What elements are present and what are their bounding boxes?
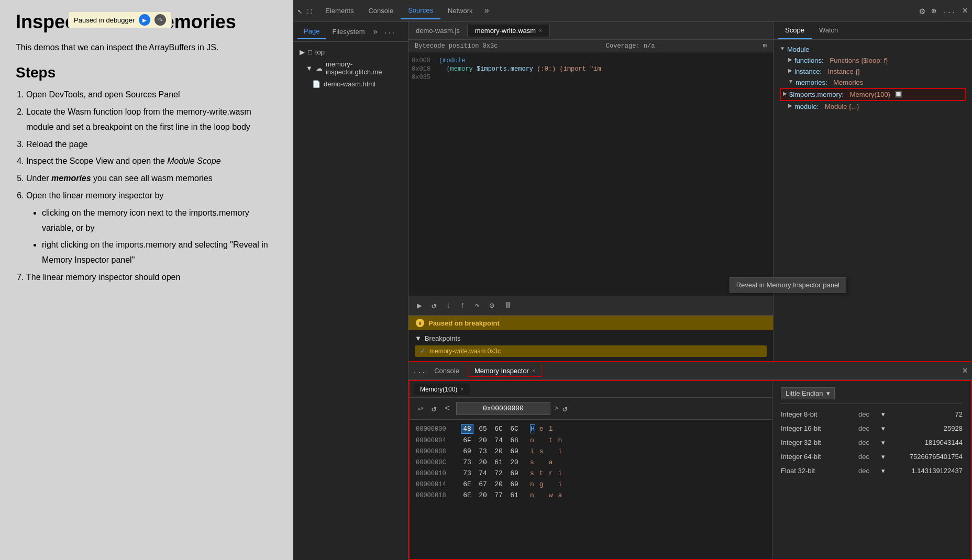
hex-byte[interactable]: 20	[477, 491, 489, 500]
step-out-button[interactable]: ↑	[458, 300, 468, 311]
devtools-close-button[interactable]: ×	[962, 6, 968, 16]
format-dropdown[interactable]: dec ▾	[858, 453, 885, 461]
scope-item-instance[interactable]: ▶ instance: Instance {}	[780, 66, 966, 77]
deactivate-button[interactable]: ⊘	[487, 299, 496, 312]
hex-byte[interactable]: 74	[492, 436, 505, 445]
hex-byte[interactable]: 65	[477, 424, 489, 433]
hex-byte[interactable]: 6C	[508, 424, 521, 433]
nav-left-button[interactable]: <	[443, 403, 452, 415]
subtab-filesystem[interactable]: Filesystem	[326, 25, 371, 39]
nav-forward-button[interactable]: ↺	[429, 402, 439, 415]
expand-icon[interactable]: ⊞	[763, 42, 767, 50]
format-dropdown[interactable]: dec ▾	[858, 424, 885, 432]
left-panel: Paused in debugger ▶ ↷ Inspect Wasm memo…	[0, 0, 293, 560]
hex-byte[interactable]: 69	[508, 469, 521, 478]
tab-elements[interactable]: Elements	[318, 3, 361, 19]
hex-byte[interactable]: 48	[461, 424, 473, 434]
scope-item-imports-memory[interactable]: ▶ $imports.memory: Memory(100) 🔲	[780, 88, 966, 101]
hex-byte[interactable]: 73	[461, 469, 473, 478]
tab-close-icon[interactable]: ×	[532, 368, 535, 374]
hex-byte[interactable]: 61	[492, 458, 505, 467]
tab-close-icon[interactable]: ×	[539, 28, 542, 33]
more-subtabs-button[interactable]: »	[371, 26, 380, 38]
expand-icon: ▶	[788, 103, 792, 108]
hex-byte[interactable]: 20	[492, 480, 505, 489]
list-item: Open DevTools, and open Sources Panel	[26, 87, 278, 103]
format-label: dec	[858, 410, 879, 418]
hex-byte[interactable]: 69	[508, 447, 521, 456]
close-subtab-icon[interactable]: ×	[460, 386, 463, 392]
hex-byte[interactable]: 6C	[492, 424, 505, 433]
scope-tab-watch[interactable]: Watch	[812, 22, 845, 39]
subtab-page[interactable]: Page	[297, 24, 326, 39]
settings-icon[interactable]: ⚙	[919, 5, 925, 17]
sources-dots-button[interactable]: ...	[380, 26, 400, 38]
hex-byte[interactable]: 72	[492, 469, 505, 478]
scope-key: $imports.memory:	[789, 91, 844, 98]
hex-byte[interactable]: 74	[477, 469, 489, 478]
hex-byte[interactable]: 6E	[461, 480, 473, 489]
hex-byte[interactable]: 20	[477, 436, 489, 445]
hex-byte[interactable]: 61	[508, 491, 521, 500]
format-dropdown[interactable]: dec ▾	[858, 467, 885, 475]
nav-right-button[interactable]: >	[555, 405, 558, 412]
console-dots[interactable]: ...	[413, 367, 426, 375]
nav-back-button[interactable]: ↩	[416, 402, 425, 415]
inspect-icon[interactable]: ⬚	[307, 6, 312, 16]
hex-byte[interactable]: 73	[477, 447, 489, 456]
scope-item-module-val[interactable]: ▶ module: Module {...}	[780, 101, 966, 112]
scope-item-module[interactable]: ▼ Module	[780, 44, 966, 55]
code-tab-wasm[interactable]: memory-write.wasm ×	[468, 25, 550, 37]
memory-icon[interactable]: 🔲	[894, 91, 902, 98]
scope-item-memories[interactable]: ▼ memories: Memories	[780, 77, 966, 88]
scope-item-functions[interactable]: ▶ functions: Functions {$loop: f}	[780, 55, 966, 66]
pause-button[interactable]: ⏸	[502, 299, 514, 311]
breakpoints-title[interactable]: ▼ Breakpoints	[415, 334, 767, 342]
hex-memory-grid: 00000000 48 65 6C 6C H e l	[410, 420, 772, 559]
breakpoint-item[interactable]: ✓ memory-write.wasm:0x3c	[415, 345, 767, 357]
format-dropdown[interactable]: dec ▾	[858, 410, 885, 418]
code-tab-demo-wasm-js[interactable]: demo-wasm.js	[408, 25, 468, 37]
hex-byte[interactable]: 20	[492, 447, 505, 456]
hex-byte[interactable]: 77	[492, 491, 505, 500]
refresh-button[interactable]: ↺	[562, 404, 568, 414]
hex-byte[interactable]: 6E	[461, 491, 473, 500]
tab-sources[interactable]: Sources	[401, 2, 440, 19]
hex-byte[interactable]: 68	[508, 436, 521, 445]
step-button[interactable]: ↷	[473, 299, 482, 312]
step-into-button[interactable]: ↓	[444, 300, 453, 311]
tree-item-top[interactable]: ▶ □ top	[293, 46, 408, 58]
format-dropdown[interactable]: dec ▾	[858, 439, 885, 446]
more-options-icon[interactable]: ...	[943, 7, 956, 15]
hex-byte[interactable]: 73	[461, 458, 473, 467]
resume-button[interactable]: ▶	[139, 14, 150, 26]
hex-byte[interactable]: 67	[477, 480, 489, 489]
hex-byte[interactable]: 69	[508, 480, 521, 489]
memory-subtab-100[interactable]: Memory(100) ×	[414, 384, 470, 395]
tab-memory-inspector[interactable]: Memory Inspector ×	[468, 365, 542, 377]
address-input[interactable]	[456, 402, 550, 415]
hex-byte[interactable]: 20	[477, 458, 489, 467]
cursor-icon[interactable]: ↖	[297, 6, 303, 16]
step-over-button[interactable]: ↺	[429, 299, 439, 312]
endian-dropdown[interactable]: Little Endian ▾	[781, 387, 835, 399]
tab-console[interactable]: Console	[361, 3, 401, 19]
format-label: dec	[858, 467, 879, 475]
tab-console[interactable]: Console	[428, 365, 466, 377]
profile-icon[interactable]: ⊕	[931, 6, 936, 16]
close-panel-icon[interactable]: ×	[962, 366, 968, 376]
ascii-char: o	[530, 436, 535, 444]
format-label: dec	[858, 453, 879, 461]
resume-button[interactable]: ▶	[415, 299, 424, 312]
step-over-button[interactable]: ↷	[154, 14, 166, 26]
hex-byte[interactable]: 6F	[461, 436, 473, 445]
ascii-char: a	[558, 491, 563, 499]
scope-tab-scope[interactable]: Scope	[778, 22, 812, 39]
debugger-banner[interactable]: Paused in debugger ▶ ↷	[68, 12, 172, 28]
tab-network[interactable]: Network	[440, 3, 480, 19]
more-tabs-button[interactable]: »	[480, 4, 494, 18]
tree-item-html[interactable]: 📄 demo-wasm.html	[293, 78, 408, 90]
hex-byte[interactable]: 20	[508, 458, 521, 467]
hex-byte[interactable]: 69	[461, 447, 473, 456]
tree-item-glitch[interactable]: ▼ ☁ memory-inspector.glitch.me	[293, 58, 408, 78]
